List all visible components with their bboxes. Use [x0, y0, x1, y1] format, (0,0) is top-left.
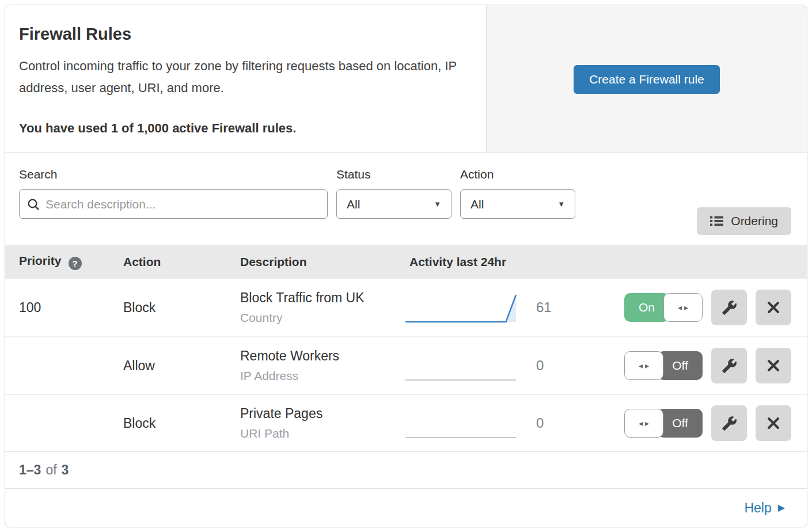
- search-label: Search: [19, 168, 328, 181]
- rule-enabled-toggle[interactable]: Off ◂ ▸: [624, 351, 703, 380]
- chevron-down-icon: ▼: [557, 200, 565, 208]
- wrench-icon: [722, 416, 737, 431]
- delete-rule-button[interactable]: [756, 348, 791, 383]
- rule-match-type: IP Address: [240, 369, 404, 383]
- header-action-area: Create a Firewall rule: [486, 5, 807, 152]
- table-row: 100 Block Block Traffic from UK Country …: [5, 279, 807, 336]
- status-filter-group: Status All ▼: [336, 168, 451, 219]
- action-filter-group: Action All ▼: [460, 168, 575, 219]
- wrench-icon: [722, 300, 737, 316]
- delete-rule-button[interactable]: [756, 405, 791, 441]
- arrows-left-right-icon: ◂ ▸: [678, 303, 688, 312]
- pagination-total: 3: [62, 462, 69, 478]
- arrows-left-right-icon: ◂ ▸: [639, 361, 649, 370]
- delete-rule-button[interactable]: [756, 290, 791, 325]
- toggle-state-label: Off: [658, 409, 703, 438]
- header-text-area: Firewall Rules Control incoming traffic …: [5, 5, 486, 152]
- edit-rule-button[interactable]: [711, 348, 747, 383]
- panel-header: Firewall Rules Control incoming traffic …: [5, 5, 807, 153]
- action-value: Allow: [123, 358, 240, 374]
- pagination-range: 1–3: [19, 462, 41, 478]
- rule-description: Block Traffic from UK: [240, 290, 404, 306]
- help-link[interactable]: Help ▶: [744, 500, 785, 516]
- status-select[interactable]: All ▼: [336, 189, 451, 219]
- rule-enabled-toggle[interactable]: Off ◂ ▸: [624, 409, 703, 438]
- firewall-rules-panel: Firewall Rules Control incoming traffic …: [5, 5, 807, 527]
- activity-count: 61: [519, 299, 624, 316]
- edit-rule-button[interactable]: [711, 405, 747, 441]
- rule-description: Remote Workers: [240, 348, 404, 364]
- toggle-handle[interactable]: ◂ ▸: [663, 293, 703, 322]
- x-icon: [767, 301, 780, 314]
- rule-match-type: URI Path: [240, 427, 404, 440]
- status-selected-value: All: [347, 197, 360, 211]
- toggle-state-label: On: [624, 293, 669, 322]
- ordering-button[interactable]: Ordering: [697, 207, 791, 235]
- search-icon: [27, 198, 40, 211]
- list-icon: [710, 215, 723, 227]
- page-title: Firewall Rules: [19, 25, 463, 44]
- usage-note: You have used 1 of 1,000 active Firewall…: [19, 121, 463, 136]
- action-selected-value: All: [470, 197, 484, 211]
- chevron-down-icon: ▼: [434, 200, 441, 208]
- filter-bar: Search Status All ▼ Action All ▼: [5, 153, 807, 245]
- help-link-label: Help: [744, 500, 771, 516]
- activity-sparkline: [404, 292, 519, 324]
- toggle-state-label: Off: [658, 351, 703, 380]
- table-row: Block Private Pages URI Path 0 Off ◂ ▸: [5, 394, 807, 451]
- column-header-priority: Priority?: [19, 254, 123, 270]
- table-header-row: Priority? Action Description Activity la…: [5, 245, 807, 279]
- action-label: Action: [460, 168, 575, 181]
- toggle-handle[interactable]: ◂ ▸: [624, 351, 663, 380]
- column-header-description: Description: [240, 255, 404, 269]
- column-header-activity: Activity last 24hr: [404, 255, 624, 269]
- status-label: Status: [336, 168, 451, 181]
- table-body: 100 Block Block Traffic from UK Country …: [5, 279, 807, 451]
- arrow-right-icon: ▶: [778, 503, 785, 512]
- table-row: Allow Remote Workers IP Address 0 Off ◂ …: [5, 336, 807, 394]
- priority-value: 100: [19, 300, 123, 316]
- activity-count: 0: [519, 358, 624, 374]
- search-filter-group: Search: [19, 168, 328, 219]
- toggle-handle[interactable]: ◂ ▸: [624, 409, 663, 438]
- action-value: Block: [123, 416, 240, 431]
- x-icon: [767, 359, 780, 373]
- wrench-icon: [722, 358, 737, 374]
- help-row: Help ▶: [5, 488, 807, 527]
- page-description: Control incoming traffic to your zone by…: [19, 55, 460, 99]
- rule-description: Private Pages: [240, 406, 404, 421]
- help-icon[interactable]: ?: [69, 257, 82, 270]
- search-input-wrapper: [19, 189, 328, 219]
- activity-sparkline: [404, 408, 519, 439]
- arrows-left-right-icon: ◂ ▸: [639, 419, 649, 428]
- create-firewall-rule-button[interactable]: Create a Firewall rule: [574, 65, 720, 94]
- action-value: Block: [123, 300, 240, 316]
- edit-rule-button[interactable]: [711, 290, 747, 325]
- activity-sparkline: [404, 350, 519, 382]
- pagination: 1–3 of 3: [5, 451, 807, 488]
- rule-match-type: Country: [240, 311, 404, 325]
- rule-enabled-toggle[interactable]: On ◂ ▸: [624, 293, 703, 322]
- ordering-button-label: Ordering: [731, 214, 778, 228]
- pagination-separator: of: [45, 462, 56, 478]
- column-header-action: Action: [123, 255, 240, 269]
- action-select[interactable]: All ▼: [460, 189, 575, 219]
- activity-count: 0: [519, 415, 624, 431]
- x-icon: [767, 416, 780, 430]
- search-input[interactable]: [45, 197, 320, 211]
